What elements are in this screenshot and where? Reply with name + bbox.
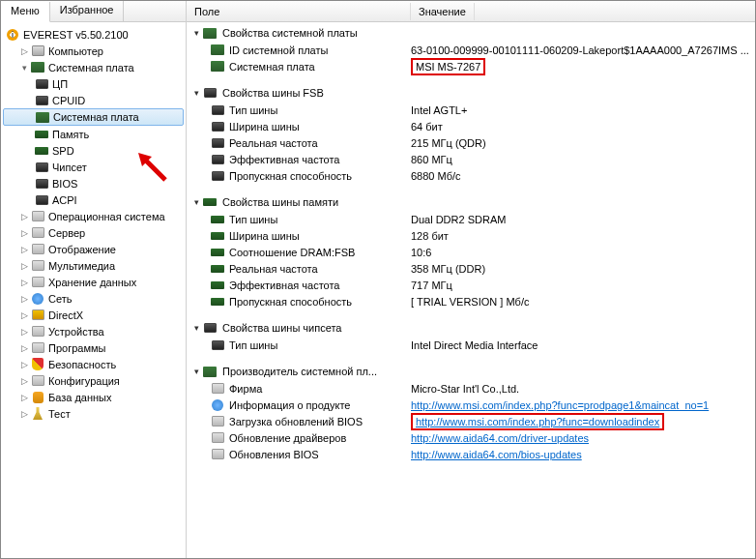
row-mb-name[interactable]: Системная плата MSI MS-7267: [187, 58, 755, 74]
tree-security[interactable]: ▷ Безопасность: [3, 356, 184, 372]
column-value[interactable]: Значение: [411, 3, 475, 20]
tree-chipset[interactable]: Чипсет: [3, 159, 184, 175]
tree-mb-selected[interactable]: Системная плата: [3, 108, 184, 126]
link-product-info[interactable]: http://www.msi.com/index.php?func=prodpa…: [411, 399, 709, 411]
tree-motherboard[interactable]: ▾ Системная плата: [3, 59, 184, 75]
row-fsb-realclock[interactable]: Реальная частота215 МГц (QDR): [187, 134, 755, 151]
tree-server[interactable]: ▷ Сервер: [3, 224, 184, 241]
row-mem-bandwidth[interactable]: Пропускная способность[ TRIAL VERSION ] …: [187, 293, 755, 309]
shield-icon: [30, 357, 45, 372]
tree-bios[interactable]: BIOS: [3, 175, 184, 191]
chip-icon: [210, 119, 225, 134]
expander-icon[interactable]: ▷: [18, 310, 30, 320]
tree-directx[interactable]: ▷ DirectX: [3, 307, 184, 323]
tree-test[interactable]: ▷ Тест: [3, 405, 184, 422]
tree-root[interactable]: i EVEREST v5.50.2100: [3, 26, 184, 43]
expander-icon[interactable]: ▷: [18, 245, 30, 254]
row-mfr-company[interactable]: ФирмаMicro-Star Int'l Co.,Ltd.: [187, 380, 755, 397]
tree-cpuid[interactable]: CPUID: [3, 92, 184, 108]
tree-devices[interactable]: ▷ Устройства: [3, 323, 184, 339]
tree-os[interactable]: ▷ Операционная система: [3, 208, 184, 224]
expander-icon[interactable]: ▷: [18, 228, 30, 238]
company-icon: [210, 381, 225, 397]
row-mem-ratio[interactable]: Соотношение DRAM:FSB10:6: [187, 244, 755, 260]
group-mem-props[interactable]: ▾ Свойства шины памяти: [187, 193, 755, 211]
group-fsb-props[interactable]: ▾ Свойства шины FSB: [187, 84, 755, 102]
tree-cpu[interactable]: ЦП: [3, 75, 184, 92]
tree-computer[interactable]: ▷ Компьютер: [3, 43, 184, 59]
tree-acpi[interactable]: ACPI: [3, 191, 184, 208]
expander-icon[interactable]: ▾: [18, 63, 30, 73]
chip-icon: [34, 192, 49, 208]
info-icon: [210, 397, 225, 413]
column-headers: Поле Значение: [187, 1, 755, 22]
row-mfr-product[interactable]: Информация о продуктеhttp://www.msi.com/…: [187, 397, 755, 413]
tree-display[interactable]: ▷ Отображение: [3, 241, 184, 257]
tree-database[interactable]: ▷ База данных: [3, 389, 184, 405]
tree-spd[interactable]: SPD: [3, 142, 184, 159]
group-mb-props[interactable]: ▾ Свойства системной платы: [187, 24, 755, 42]
config-icon: [30, 373, 45, 389]
tree-config[interactable]: ▷ Конфигурация: [3, 372, 184, 389]
tree-storage[interactable]: ▷ Хранение данных: [3, 274, 184, 290]
chip-icon: [34, 160, 49, 175]
row-mb-id[interactable]: ID системной платы 63-0100-009999-001011…: [187, 42, 755, 58]
ram-icon: [210, 261, 225, 277]
expander-icon[interactable]: ▷: [18, 327, 30, 337]
expander-icon[interactable]: ▷: [18, 294, 30, 304]
row-mfr-drivers[interactable]: Обновление драйверовhttp://www.aida64.co…: [187, 429, 755, 446]
expander-icon[interactable]: ▷: [18, 393, 30, 402]
row-fsb-buswidth[interactable]: Ширина шины64 бит: [187, 118, 755, 134]
column-field[interactable]: Поле: [187, 3, 411, 20]
link-driver-updates[interactable]: http://www.aida64.com/driver-updates: [411, 432, 589, 444]
expander-icon[interactable]: ▷: [18, 343, 30, 353]
tree-multimedia[interactable]: ▷ Мультимедиа: [3, 257, 184, 274]
chip-icon: [210, 103, 225, 118]
motherboard-icon: [30, 60, 45, 75]
chip-icon: [202, 85, 218, 101]
tree-programs[interactable]: ▷ Программы: [3, 339, 184, 356]
expander-icon[interactable]: ▷: [18, 212, 30, 221]
link-bios-download[interactable]: http://www.msi.com/index.php?func=downlo…: [416, 416, 659, 427]
info-icon: i: [5, 27, 20, 43]
driver-icon: [210, 430, 225, 446]
expander-icon[interactable]: ▷: [18, 376, 30, 386]
row-mem-buswidth[interactable]: Ширина шины128 бит: [187, 227, 755, 244]
expander-icon[interactable]: ▷: [18, 278, 30, 287]
row-chipset-bustype[interactable]: Тип шиныIntel Direct Media Interface: [187, 337, 755, 353]
chip-icon: [34, 176, 49, 191]
tab-favorites[interactable]: Избранное: [50, 1, 125, 21]
pc-icon: [30, 44, 45, 59]
details-content[interactable]: ▾ Свойства системной платы ID системной …: [187, 22, 755, 558]
tree-network[interactable]: ▷ Сеть: [3, 290, 184, 307]
expander-icon[interactable]: ▷: [18, 409, 30, 419]
row-mfr-bios[interactable]: Загрузка обновлений BIOShttp://www.msi.c…: [187, 413, 755, 429]
highlight-mb-value: MSI MS-7267: [411, 58, 485, 75]
ram-icon: [210, 228, 225, 244]
row-fsb-bustype[interactable]: Тип шиныIntel AGTL+: [187, 102, 755, 118]
tab-menu[interactable]: Меню: [1, 2, 50, 22]
row-mem-bustype[interactable]: Тип шиныDual DDR2 SDRAM: [187, 211, 755, 227]
ram-icon: [210, 245, 225, 260]
chip-icon: [34, 76, 49, 92]
chip-icon: [34, 93, 49, 108]
motherboard-icon: [35, 109, 50, 125]
expander-icon[interactable]: ▷: [18, 46, 30, 56]
group-chipset-props[interactable]: ▾ Свойства шины чипсета: [187, 319, 755, 337]
row-mem-realclock[interactable]: Реальная частота358 МГц (DDR): [187, 260, 755, 277]
motherboard-icon: [210, 43, 225, 58]
multimedia-icon: [30, 258, 45, 274]
bios-icon: [210, 447, 225, 462]
link-bios-updates[interactable]: http://www.aida64.com/bios-updates: [411, 449, 582, 460]
row-fsb-effclock[interactable]: Эффективная частота860 МГц: [187, 151, 755, 167]
chip-icon: [210, 135, 225, 151]
nav-tree[interactable]: i EVEREST v5.50.2100 ▷ Компьютер ▾ Систе…: [1, 22, 186, 558]
row-mfr-biosupd[interactable]: Обновления BIOShttp://www.aida64.com/bio…: [187, 446, 755, 462]
motherboard-icon: [202, 25, 218, 41]
expander-icon[interactable]: ▷: [18, 360, 30, 369]
tree-memory[interactable]: Память: [3, 126, 184, 142]
group-manufacturer[interactable]: ▾ Производитель системной пл...: [187, 363, 755, 380]
row-fsb-bandwidth[interactable]: Пропускная способность6880 Мб/с: [187, 167, 755, 184]
row-mem-effclock[interactable]: Эффективная частота717 МГц: [187, 277, 755, 293]
expander-icon[interactable]: ▷: [18, 261, 30, 271]
